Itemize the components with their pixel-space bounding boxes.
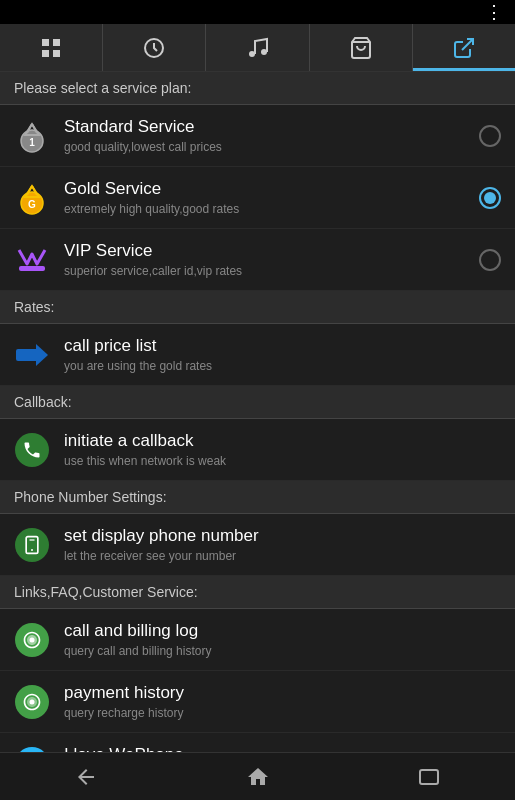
gold-service-radio[interactable] bbox=[479, 187, 501, 209]
payment-history-subtitle: query recharge history bbox=[64, 706, 501, 720]
medal-gold-icon: G bbox=[14, 180, 50, 216]
rates-arrow-icon bbox=[14, 337, 50, 373]
service-plan-header: Please select a service plan: bbox=[0, 72, 515, 105]
svg-rect-19 bbox=[16, 349, 38, 361]
svg-rect-26 bbox=[420, 770, 438, 784]
gold-service-item[interactable]: G Gold Service extremely high quality,go… bbox=[0, 167, 515, 229]
payment-history-item[interactable]: payment history query recharge history bbox=[0, 671, 515, 733]
display-phone-title: set display phone number bbox=[64, 526, 501, 546]
call-price-text: call price list you are using the gold r… bbox=[64, 336, 501, 373]
gold-service-title: Gold Service bbox=[64, 179, 479, 199]
standard-service-item[interactable]: 1 Standard Service good quality,lowest c… bbox=[0, 105, 515, 167]
billing-log-subtitle: query call and billing history bbox=[64, 644, 501, 658]
rates-header: Rates: bbox=[0, 291, 515, 324]
display-phone-item[interactable]: set display phone number let the receive… bbox=[0, 514, 515, 576]
callback-icon bbox=[14, 432, 50, 468]
payment-history-title: payment history bbox=[64, 683, 501, 703]
billing-icon bbox=[14, 622, 50, 658]
recent-apps-button[interactable] bbox=[343, 753, 515, 800]
payment-history-text: payment history query recharge history bbox=[64, 683, 501, 720]
status-bar: ⋮ bbox=[0, 0, 515, 24]
svg-rect-1 bbox=[53, 39, 60, 46]
svg-rect-18 bbox=[19, 266, 45, 271]
vip-service-title: VIP Service bbox=[64, 241, 479, 261]
home-icon bbox=[246, 765, 270, 789]
gold-service-text: Gold Service extremely high quality,good… bbox=[64, 179, 479, 216]
svg-point-5 bbox=[249, 51, 255, 57]
standard-service-subtitle: good quality,lowest call prices bbox=[64, 140, 479, 154]
export-icon bbox=[452, 36, 476, 60]
billing-log-text: call and billing log query call and bill… bbox=[64, 621, 501, 658]
initiate-callback-item[interactable]: initiate a callback use this when networ… bbox=[0, 419, 515, 481]
nav-tabs bbox=[0, 24, 515, 72]
tab-music[interactable] bbox=[206, 24, 309, 71]
display-phone-subtitle: let the receiver see your number bbox=[64, 549, 501, 563]
vip-service-item[interactable]: VIP Service superior service,caller id,v… bbox=[0, 229, 515, 291]
recent-apps-icon bbox=[417, 765, 441, 789]
svg-rect-2 bbox=[42, 50, 49, 57]
svg-marker-20 bbox=[36, 344, 48, 366]
tab-export[interactable] bbox=[413, 24, 515, 71]
call-price-title: call price list bbox=[64, 336, 501, 356]
bottom-nav bbox=[0, 752, 515, 800]
phone-number-header: Phone Number Settings: bbox=[0, 481, 515, 514]
display-phone-text: set display phone number let the receive… bbox=[64, 526, 501, 563]
initiate-callback-subtitle: use this when network is weak bbox=[64, 454, 501, 468]
svg-rect-0 bbox=[42, 39, 49, 46]
call-price-item[interactable]: call price list you are using the gold r… bbox=[0, 324, 515, 386]
love-wephone-item[interactable]: I love WePhone give us 5 stars review on… bbox=[0, 733, 515, 752]
payment-icon bbox=[14, 684, 50, 720]
standard-service-title: Standard Service bbox=[64, 117, 479, 137]
svg-point-24 bbox=[30, 637, 35, 642]
svg-point-6 bbox=[261, 49, 267, 55]
initiate-callback-text: initiate a callback use this when networ… bbox=[64, 431, 501, 468]
svg-point-25 bbox=[30, 699, 35, 704]
call-price-subtitle: you are using the gold rates bbox=[64, 359, 501, 373]
status-dots: ⋮ bbox=[485, 1, 505, 23]
history-icon bbox=[142, 36, 166, 60]
vip-service-text: VIP Service superior service,caller id,v… bbox=[64, 241, 479, 278]
links-header: Links,FAQ,Customer Service: bbox=[0, 576, 515, 609]
billing-log-item[interactable]: call and billing log query call and bill… bbox=[0, 609, 515, 671]
phone-number-icon bbox=[14, 527, 50, 563]
svg-text:1: 1 bbox=[29, 137, 35, 148]
billing-log-title: call and billing log bbox=[64, 621, 501, 641]
love-wephone-title: I love WePhone bbox=[64, 745, 501, 752]
home-button[interactable] bbox=[172, 753, 344, 800]
svg-rect-3 bbox=[53, 50, 60, 57]
svg-point-23 bbox=[31, 549, 33, 551]
music-icon bbox=[246, 36, 270, 60]
vip-icon bbox=[14, 242, 50, 278]
tab-cart[interactable] bbox=[310, 24, 413, 71]
standard-service-radio[interactable] bbox=[479, 125, 501, 147]
medal-gray-icon: 1 bbox=[14, 118, 50, 154]
gold-service-subtitle: extremely high quality,good rates bbox=[64, 202, 479, 216]
tab-grid[interactable] bbox=[0, 24, 103, 71]
vip-service-subtitle: superior service,caller id,vip rates bbox=[64, 264, 479, 278]
back-icon bbox=[74, 765, 98, 789]
initiate-callback-title: initiate a callback bbox=[64, 431, 501, 451]
standard-service-text: Standard Service good quality,lowest cal… bbox=[64, 117, 479, 154]
callback-header: Callback: bbox=[0, 386, 515, 419]
content-area: Please select a service plan: 1 Standard… bbox=[0, 72, 515, 752]
love-wephone-text: I love WePhone give us 5 stars review on… bbox=[64, 745, 501, 752]
grid-icon bbox=[39, 36, 63, 60]
svg-text:G: G bbox=[28, 199, 36, 210]
vip-service-radio[interactable] bbox=[479, 249, 501, 271]
cart-icon bbox=[349, 36, 373, 60]
back-button[interactable] bbox=[0, 753, 172, 800]
tab-history[interactable] bbox=[103, 24, 206, 71]
